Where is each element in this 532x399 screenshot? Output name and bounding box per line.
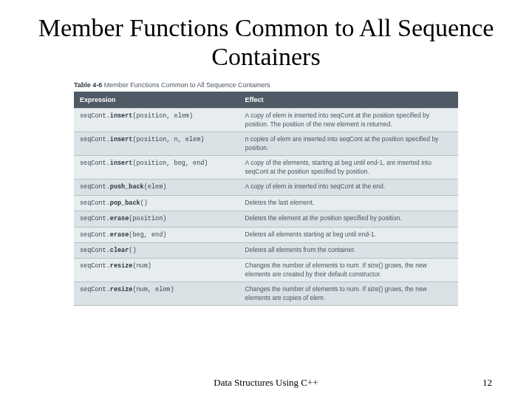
expr-function-name: push_back xyxy=(110,183,144,191)
expr-args: () xyxy=(129,247,136,254)
table-row: seqCont.resize(num, elem)Changes the num… xyxy=(74,282,458,306)
functions-table: Expression Effect seqCont.insert(positio… xyxy=(74,92,458,306)
expr-function-name: clear xyxy=(110,247,129,254)
expr-args: (position) xyxy=(129,215,166,222)
expr-args: (num) xyxy=(132,262,151,270)
expr-function-name: insert xyxy=(110,136,133,143)
table-row: seqCont.pop_back()Deletes the last eleme… xyxy=(74,195,458,211)
expression-cell: seqCont.clear() xyxy=(74,243,239,259)
col-header-expression: Expression xyxy=(74,92,239,109)
expr-args: (position, n, elem) xyxy=(132,136,204,143)
expr-prefix: seqCont. xyxy=(80,183,110,191)
expression-cell: seqCont.push_back(elem) xyxy=(74,180,239,195)
footer-text: Data Structures Using C++ xyxy=(0,377,532,389)
expr-prefix: seqCont. xyxy=(80,160,110,167)
table-row: seqCont.resize(num)Changes the number of… xyxy=(74,259,458,282)
effect-cell: Deletes the element at the position spec… xyxy=(239,211,458,227)
effect-cell: Deletes all elements starting at beg unt… xyxy=(239,227,458,242)
table-container: Table 4-6 Member Functions Common to All… xyxy=(74,81,458,306)
table-caption-number: Table 4-6 xyxy=(74,81,102,89)
effect-cell: A copy of elem is inserted into seqCont … xyxy=(239,109,458,132)
page-number: 12 xyxy=(482,377,492,389)
expr-args: (num, elem) xyxy=(132,286,174,293)
expression-cell: seqCont.resize(num) xyxy=(74,259,239,282)
expression-cell: seqCont.resize(num, elem) xyxy=(74,282,239,306)
expr-prefix: seqCont. xyxy=(80,200,110,207)
effect-cell: A copy of elem is inserted into seqCont … xyxy=(239,180,458,195)
effect-cell: Deletes the last element. xyxy=(239,195,458,211)
table-caption: Table 4-6 Member Functions Common to All… xyxy=(74,81,458,89)
expr-prefix: seqCont. xyxy=(80,215,110,222)
table-row: seqCont.insert(position, elem)A copy of … xyxy=(74,109,458,132)
slide-title: Member Functions Common to All Sequence … xyxy=(0,0,532,78)
table-row: seqCont.push_back(elem)A copy of elem is… xyxy=(74,180,458,195)
effect-cell: Deletes all elements from the container. xyxy=(239,243,458,259)
expr-function-name: erase xyxy=(110,215,129,222)
expr-args: (beg, end) xyxy=(129,231,166,239)
table-row: seqCont.insert(position, n, elem)n copie… xyxy=(74,132,458,156)
expr-function-name: insert xyxy=(110,112,133,120)
expression-cell: seqCont.erase(beg, end) xyxy=(74,227,239,242)
expr-function-name: pop_back xyxy=(110,200,140,207)
expr-prefix: seqCont. xyxy=(80,286,110,293)
table-row: seqCont.erase(position)Deletes the eleme… xyxy=(74,211,458,227)
table-caption-text: Member Functions Common to All Sequence … xyxy=(102,81,270,89)
expr-prefix: seqCont. xyxy=(80,112,110,120)
effect-cell: A copy of the elements, starting at beg … xyxy=(239,156,458,180)
expression-cell: seqCont.insert(position, n, elem) xyxy=(74,132,239,156)
table-row: seqCont.erase(beg, end)Deletes all eleme… xyxy=(74,227,458,242)
expr-function-name: insert xyxy=(110,160,133,167)
expr-function-name: resize xyxy=(110,286,133,293)
expr-function-name: erase xyxy=(110,231,129,239)
col-header-effect: Effect xyxy=(239,92,458,109)
expr-args: (position, beg, end) xyxy=(132,160,208,167)
expression-cell: seqCont.insert(position, elem) xyxy=(74,109,239,132)
effect-cell: Changes the number of elements to num. I… xyxy=(239,282,458,306)
expression-cell: seqCont.insert(position, beg, end) xyxy=(74,156,239,180)
table-row: seqCont.clear()Deletes all elements from… xyxy=(74,243,458,259)
expression-cell: seqCont.pop_back() xyxy=(74,195,239,211)
expr-prefix: seqCont. xyxy=(80,136,110,143)
effect-cell: Changes the number of elements to num. I… xyxy=(239,259,458,282)
effect-cell: n copies of elem are inserted into seqCo… xyxy=(239,132,458,156)
expr-function-name: resize xyxy=(110,262,133,270)
expr-args: () xyxy=(140,200,148,207)
expr-prefix: seqCont. xyxy=(80,262,110,270)
expr-args: (elem) xyxy=(144,183,167,191)
table-row: seqCont.insert(position, beg, end)A copy… xyxy=(74,156,458,180)
table-header-row: Expression Effect xyxy=(74,92,458,109)
expression-cell: seqCont.erase(position) xyxy=(74,211,239,227)
expr-prefix: seqCont. xyxy=(80,247,110,254)
expr-prefix: seqCont. xyxy=(80,231,110,239)
expr-args: (position, elem) xyxy=(132,112,193,120)
